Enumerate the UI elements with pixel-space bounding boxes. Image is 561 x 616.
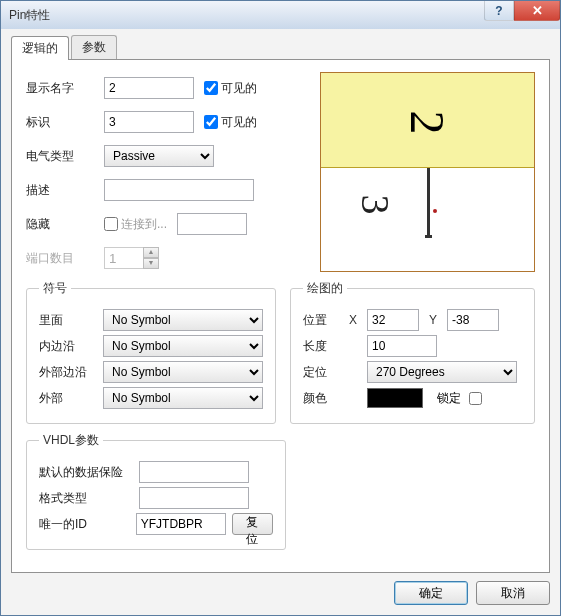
ok-button[interactable]: 确定 [394, 581, 468, 605]
port-count-spinner[interactable]: ▲ ▼ [104, 247, 159, 269]
row-outside-edge: 外部边沿 No Symbol [39, 359, 263, 385]
symbols-legend: 符号 [39, 280, 71, 297]
lock-label: 锁定 [437, 390, 461, 407]
window-title: Pin特性 [9, 7, 50, 24]
row-description: 描述 [26, 178, 306, 202]
help-button[interactable]: ? [484, 1, 514, 21]
vhdl-group: VHDL参数 默认的数据保险 格式类型 唯一的ID 复位 [26, 432, 286, 550]
row-hidden: 隐藏 连接到... [26, 212, 306, 236]
reset-uid-button[interactable]: 复位 [232, 513, 273, 535]
row-orientation: 定位 270 Degrees [303, 359, 522, 385]
upper-section: 显示名字 可见的 标识 可见的 电气类型 Passiv [26, 72, 535, 272]
color-swatch[interactable] [367, 388, 423, 408]
symbols-group: 符号 里面 No Symbol 内边沿 No Symbol 外部边沿 No Sy… [26, 280, 276, 424]
y-label: Y [429, 313, 447, 327]
orientation-label: 定位 [303, 364, 349, 381]
spin-down-icon[interactable]: ▼ [143, 258, 159, 269]
preview-origin-dot [433, 209, 437, 213]
preview-pin-number: 3 [352, 195, 399, 215]
electrical-type-label: 电气类型 [26, 148, 104, 165]
row-electrical-type: 电气类型 Passive [26, 144, 306, 168]
row-vhdl-format: 格式类型 [39, 485, 273, 511]
vhdl-uid-label: 唯一的ID [39, 516, 136, 533]
row-position: 位置 X Y [303, 307, 522, 333]
vhdl-format-input[interactable] [139, 487, 249, 509]
designator-label: 标识 [26, 114, 104, 131]
description-label: 描述 [26, 182, 104, 199]
port-count-label: 端口数目 [26, 250, 104, 267]
inside-select[interactable]: No Symbol [103, 309, 263, 331]
display-name-visible-label: 可见的 [221, 80, 257, 97]
row-outside: 外部 No Symbol [39, 385, 263, 411]
dialog-buttons: 确定 取消 [11, 573, 550, 605]
mid-groups: 符号 里面 No Symbol 内边沿 No Symbol 外部边沿 No Sy… [26, 280, 535, 424]
outside-edge-select[interactable]: No Symbol [103, 361, 263, 383]
vhdl-uid-input[interactable] [136, 513, 226, 535]
electrical-type-select[interactable]: Passive [104, 145, 214, 167]
graphics-legend: 绘图的 [303, 280, 347, 297]
port-count-input [104, 247, 144, 269]
cancel-button[interactable]: 取消 [476, 581, 550, 605]
dialog-window: Pin特性 ? ✕ 逻辑的 参数 显示名字 可见的 标 [0, 0, 561, 616]
display-name-label: 显示名字 [26, 80, 104, 97]
vhdl-default-input[interactable] [139, 461, 249, 483]
spin-up-icon[interactable]: ▲ [143, 247, 159, 258]
vhdl-default-label: 默认的数据保险 [39, 464, 139, 481]
hidden-checkbox[interactable] [104, 217, 118, 231]
y-input[interactable] [447, 309, 499, 331]
tab-logical[interactable]: 逻辑的 [11, 36, 69, 60]
length-label: 长度 [303, 338, 349, 355]
x-label: X [349, 313, 367, 327]
designator-input[interactable] [104, 111, 194, 133]
length-input[interactable] [367, 335, 437, 357]
outside-edge-label: 外部边沿 [39, 364, 103, 381]
designator-visible-label: 可见的 [221, 114, 257, 131]
title-bar[interactable]: Pin特性 ? ✕ [1, 1, 560, 29]
row-color: 颜色 锁定 [303, 385, 522, 411]
tab-parameters[interactable]: 参数 [71, 35, 117, 59]
row-vhdl-uid: 唯一的ID 复位 [39, 511, 273, 537]
titlebar-buttons: ? ✕ [484, 1, 560, 21]
row-vhdl-default: 默认的数据保险 [39, 459, 273, 485]
row-inside: 里面 No Symbol [39, 307, 263, 333]
orientation-select[interactable]: 270 Degrees [367, 361, 517, 383]
connect-to-label: 连接到... [121, 216, 167, 233]
row-length: 长度 [303, 333, 522, 359]
row-inside-edge: 内边沿 No Symbol [39, 333, 263, 359]
outside-select[interactable]: No Symbol [103, 387, 263, 409]
preview-pin-line [427, 168, 430, 238]
designator-visible-checkbox[interactable] [204, 115, 218, 129]
color-label: 颜色 [303, 390, 349, 407]
outside-label: 外部 [39, 390, 103, 407]
vhdl-legend: VHDL参数 [39, 432, 103, 449]
lock-checkbox[interactable] [469, 392, 482, 405]
general-form: 显示名字 可见的 标识 可见的 电气类型 Passiv [26, 72, 306, 272]
client-area: 逻辑的 参数 显示名字 可见的 标识 可见的 [1, 29, 560, 615]
x-input[interactable] [367, 309, 419, 331]
inside-edge-select[interactable]: No Symbol [103, 335, 263, 357]
pin-preview: 2 3 [320, 72, 535, 272]
row-display-name: 显示名字 可见的 [26, 76, 306, 100]
graphics-group: 绘图的 位置 X Y 长度 定位 270 Degrees [290, 280, 535, 424]
preview-pin-end [425, 235, 432, 238]
row-port-count: 端口数目 ▲ ▼ [26, 246, 306, 270]
hidden-label: 隐藏 [26, 216, 104, 233]
close-button[interactable]: ✕ [514, 1, 560, 21]
display-name-input[interactable] [104, 77, 194, 99]
inside-label: 里面 [39, 312, 103, 329]
row-designator: 标识 可见的 [26, 110, 306, 134]
position-label: 位置 [303, 312, 349, 329]
tab-bar: 逻辑的 参数 [11, 37, 550, 59]
description-input[interactable] [104, 179, 254, 201]
vhdl-format-label: 格式类型 [39, 490, 139, 507]
tab-body: 显示名字 可见的 标识 可见的 电气类型 Passiv [11, 59, 550, 573]
inside-edge-label: 内边沿 [39, 338, 103, 355]
connect-to-input[interactable] [177, 213, 247, 235]
display-name-visible-checkbox[interactable] [204, 81, 218, 95]
